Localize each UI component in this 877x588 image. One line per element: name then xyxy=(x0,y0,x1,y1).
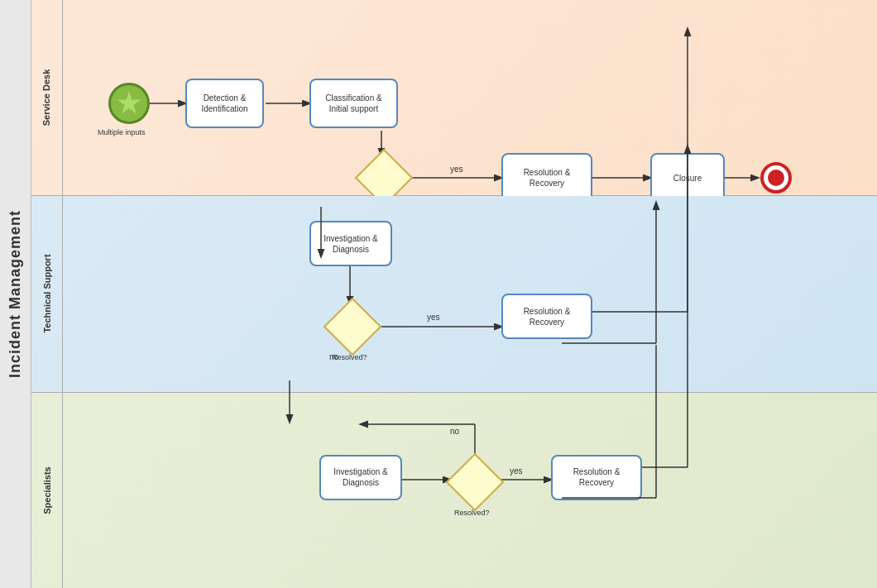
resolved-diamond-2: Resolved? xyxy=(328,302,377,351)
end-node xyxy=(760,162,792,194)
svg-text:yes: yes xyxy=(510,466,523,476)
yes-label-1: yes xyxy=(450,165,463,174)
svg-text:yes: yes xyxy=(427,313,440,322)
investigation-node-3: Investigation &Diagnosis xyxy=(319,455,402,500)
investigation-label-2: Investigation &Diagnosis xyxy=(323,233,378,255)
main-title-text: Incident Management xyxy=(7,210,24,378)
investigation-label-3: Investigation &Diagnosis xyxy=(333,466,388,488)
diamond-shape-2 xyxy=(323,298,382,356)
service-desk-lane: Service Desk xyxy=(31,0,877,196)
resolved-label-2: Resolved? xyxy=(332,353,367,361)
resolved-diamond-1: Resolved? xyxy=(359,153,409,203)
investigation-node-2: Investigation &Diagnosis xyxy=(309,221,392,266)
detection-node: Detection &Identification xyxy=(185,79,264,128)
main-title-label: Incident Management xyxy=(0,0,31,588)
technical-arrows: yes no xyxy=(63,196,877,391)
detection-label: Detection &Identification xyxy=(201,93,247,114)
resolution-node-1: Resolution &Recovery xyxy=(501,153,592,203)
diagram-container: Incident Management Service Desk xyxy=(0,0,877,588)
specialists-lane: Specialists yes no xyxy=(31,393,877,588)
technical-support-lane: Technical Support yes xyxy=(31,196,877,392)
closure-label: Closure xyxy=(673,173,702,184)
service-desk-content: yes no Multiple inputs Detection &Identi… xyxy=(63,0,877,195)
resolution-label-1: Resolution &Recovery xyxy=(524,167,571,189)
resolution-node-3: Resolution &Recovery xyxy=(551,455,642,500)
swim-lanes-area: Service Desk xyxy=(31,0,877,588)
service-desk-label-text: Service Desk xyxy=(42,69,52,127)
start-label: Multiple inputs xyxy=(98,128,146,136)
resolution-node-2: Resolution &Recovery xyxy=(501,294,592,339)
specialists-label: Specialists xyxy=(31,393,63,588)
specialists-label-text: Specialists xyxy=(42,466,52,514)
service-desk-label: Service Desk xyxy=(31,0,63,195)
start-node xyxy=(108,83,150,124)
resolved-label-3: Resolved? xyxy=(454,509,490,517)
closure-node: Closure xyxy=(650,153,725,203)
resolved-diamond-3: Resolved? xyxy=(450,457,500,507)
end-inner-circle xyxy=(768,170,784,186)
resolution-label-3: Resolution &Recovery xyxy=(573,466,621,488)
resolution-label-2: Resolution &Recovery xyxy=(524,306,571,327)
start-icon xyxy=(117,91,141,116)
technical-support-content: yes no Investigation &Diagnosis Resolved… xyxy=(63,196,877,391)
diamond-shape-3 xyxy=(446,452,505,511)
classification-label: Classification &Initial support xyxy=(325,93,381,114)
svg-text:no: no xyxy=(450,427,460,436)
classification-node: Classification &Initial support xyxy=(309,79,398,128)
technical-support-label: Technical Support xyxy=(31,196,63,391)
specialists-content: yes no Investigation &Diagnosis xyxy=(63,393,877,588)
technical-support-label-text: Technical Support xyxy=(42,255,52,333)
